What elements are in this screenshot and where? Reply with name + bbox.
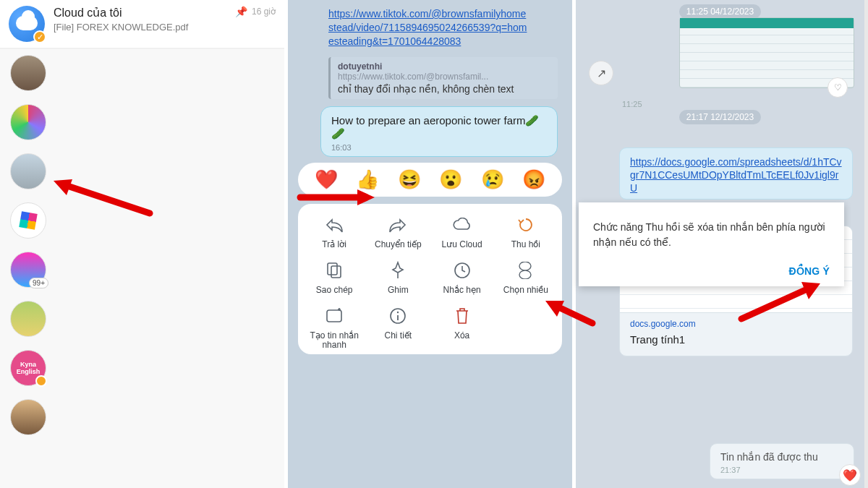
react-add-button[interactable]: ♡ [827,77,848,98]
message-image-thumbnail[interactable]: ♡ [679,17,854,88]
quote-url: https://www.tiktok.com/@brownsfamil... [338,72,550,82]
pin-icon: 📌 [235,6,247,17]
recalled-time: 21:37 [720,466,843,474]
reaction-cry[interactable]: 😢 [481,168,504,191]
unread-badge: 99+ [29,278,48,288]
cloud-avatar: ✓ [9,6,45,42]
quick-message-icon [323,305,345,327]
avatar-sidebar: 99+ Kyna English [0,49,284,488]
dialog-agree-button[interactable]: ĐỒNG Ý [788,265,830,277]
chat-time: 📌 16 giờ [235,6,276,17]
contact-avatar[interactable] [10,202,46,239]
action-copy[interactable]: Sao chép [302,260,366,295]
multi-select-icon [515,260,537,281]
action-multi-select[interactable]: Chọn nhiều [494,260,558,295]
date-separator: 21:17 12/12/2023 [679,110,761,124]
reaction-bar: ❤️ 👍 😆 😮 😢 😡 [298,163,562,197]
contact-avatar[interactable] [10,399,46,435]
svg-rect-3 [327,310,341,322]
action-reply[interactable]: Trả lời [302,214,366,249]
cloud-icon [451,214,473,236]
recall-result-panel: 11:25 04/12/2023 ↗ ♡ 11:25 21:17 12/12/2… [576,0,864,488]
reaction-angry[interactable]: 😡 [522,168,545,191]
dialog-message: Chức năng Thu hồi sẽ xóa tin nhắn bên ph… [593,220,830,250]
message-link[interactable]: https://docs.google.com/spreadsheets/d/1… [630,156,842,194]
copy-icon [323,260,345,281]
svg-rect-1 [331,266,341,278]
context-menu: Trả lời Chuyển tiếp Lưu Cloud Thu hồi Sa… [298,204,562,354]
action-forward[interactable]: Chuyển tiếp [366,214,430,249]
contact-avatar[interactable] [10,55,46,91]
action-info[interactable]: Chi tiết [366,305,430,350]
contact-avatar[interactable] [10,153,46,189]
quote-author: dotuyetnhi [338,61,550,72]
svg-rect-0 [328,263,337,275]
verified-badge-icon: ✓ [33,30,46,43]
svg-point-5 [397,311,399,312]
share-button[interactable]: ↗ [589,61,613,85]
chat-preview: [File] FOREX KNOWLEDGE.pdf [54,22,226,33]
reaction-heart[interactable]: ❤️ [315,168,338,191]
trash-icon [451,305,473,327]
reaction-wow[interactable]: 😮 [439,168,462,191]
date-separator: 11:25 04/12/2023 [679,4,761,19]
reaction-laugh[interactable]: 😆 [398,168,421,191]
action-remind[interactable]: Nhắc hẹn [430,260,494,295]
pin-icon [387,260,409,281]
message-time: 11:25 [622,100,642,108]
contact-avatar[interactable]: 99+ [10,252,46,288]
recalled-text: Tin nhắn đã được thu [720,451,843,463]
chat-panel: https://www.tiktok.com/@brownsfamilyhome… [288,0,576,488]
selected-chat-header[interactable]: ✓ Cloud của tôi [File] FOREX KNOWLEDGE.p… [0,0,284,49]
preview-title: Trang tính1 [620,330,852,356]
reply-icon [323,214,345,236]
contact-avatar[interactable] [10,104,46,140]
message-link[interactable]: https://www.tiktok.com/@brownsfamilyhome… [288,7,572,48]
forward-icon [387,214,409,236]
action-quick-message[interactable]: Tạo tin nhắn nhanh [302,305,366,350]
quote-body: chỉ thay đổi nhạc nền, không chèn text [338,83,550,95]
info-icon [387,305,409,327]
action-save-cloud[interactable]: Lưu Cloud [430,214,494,249]
chat-title: Cloud của tôi [54,6,226,20]
recalled-message: Tin nhắn đã được thu 21:37 ❤️ [710,443,854,479]
clock-icon [451,260,473,281]
action-pin[interactable]: Ghim [366,260,430,295]
contact-avatar[interactable]: Kyna English [10,350,46,386]
selected-message[interactable]: How to prepare an aeroponic tower farm🥒🥒… [320,106,558,157]
message-text: How to prepare an aeroponic tower farm🥒🥒 [331,114,547,140]
verified-badge-icon [35,375,47,387]
link-message[interactable]: https://docs.google.com/spreadsheets/d/1… [619,147,853,200]
action-recall[interactable]: Thu hồi [494,214,558,249]
reaction-thumb[interactable]: 👍 [356,168,379,191]
recall-confirm-dialog: Chức năng Thu hồi sẽ xóa tin nhắn bên ph… [579,202,844,286]
recall-icon [515,214,537,236]
preview-domain: docs.google.com [620,313,852,330]
message-time: 16:03 [331,143,547,152]
contact-avatar[interactable] [10,301,46,337]
quoted-message: dotuyetnhi https://www.tiktok.com/@brown… [328,57,558,99]
reaction-heart-icon[interactable]: ❤️ [839,464,861,486]
action-delete[interactable]: Xóa [430,305,494,350]
chat-list-panel: ✓ Cloud của tôi [File] FOREX KNOWLEDGE.p… [0,0,288,488]
